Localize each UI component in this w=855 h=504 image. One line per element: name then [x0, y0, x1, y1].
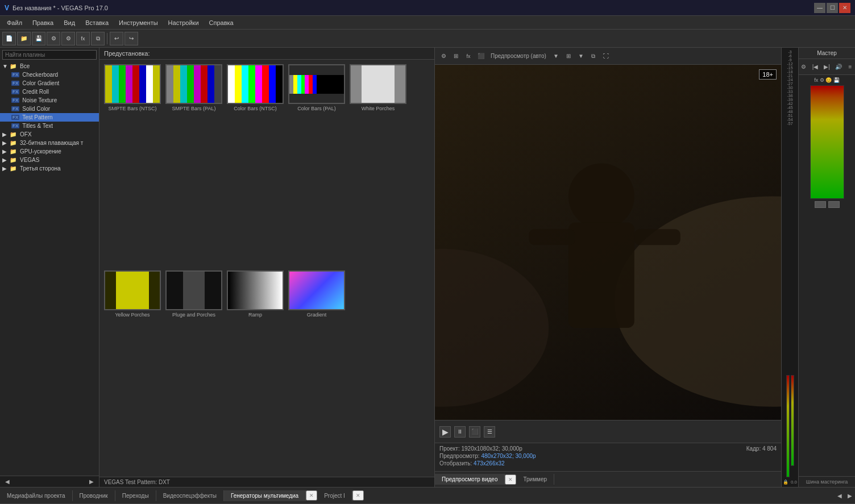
- menu-tools[interactable]: Инструменты: [114, 18, 163, 27]
- tree-item-credit-roll[interactable]: FX Credit Roll: [0, 88, 99, 96]
- tree-item-test-pattern[interactable]: FX Test Pattern: [0, 113, 99, 122]
- plugins-search-input[interactable]: [2, 50, 97, 60]
- main-area: ▼ 📁 Все FX Checkerboard FX Color Gradien…: [0, 48, 855, 487]
- close-preview-tab[interactable]: ✕: [505, 474, 516, 485]
- preset-ramp[interactable]: Ramp: [227, 270, 284, 472]
- preview-record-button[interactable]: ⬛: [476, 52, 486, 61]
- tab-transitions[interactable]: Переходы: [115, 490, 156, 501]
- preview-fullscreen-button[interactable]: ⛶: [601, 52, 611, 61]
- preset-colorbars-pal[interactable]: Color Bars (PAL): [288, 64, 345, 266]
- expand-icon: ▼: [2, 63, 8, 69]
- menu-view[interactable]: Вид: [59, 18, 80, 27]
- preview-snap-button[interactable]: ⊞: [451, 52, 461, 61]
- tab-preview-video[interactable]: Предпросмотр видео: [435, 474, 505, 485]
- preview-tabs: Предпросмотр видео ✕ Триммер: [435, 471, 781, 487]
- preset-gradient[interactable]: Gradient: [288, 270, 345, 472]
- preset-thumb: [165, 270, 222, 310]
- render-button[interactable]: ⚙: [47, 32, 60, 45]
- pause-button[interactable]: ⏸: [454, 426, 466, 438]
- preview-fx-button[interactable]: fx: [463, 52, 474, 61]
- master-fader[interactable]: [810, 85, 844, 199]
- preview-split-button[interactable]: ⧉: [588, 52, 599, 61]
- tree-item-noise-texture[interactable]: FX Noise Texture: [0, 96, 99, 105]
- tree-item-third-party[interactable]: ▶ 📁 Третья сторона: [0, 164, 99, 173]
- tab-trimmer[interactable]: Триммер: [516, 474, 554, 485]
- preview-toolbar: ⚙ ⊞ fx ⬛ Предпросмотр (авто) ▼ ⊞ ▼ ⧉ ⛶: [435, 48, 781, 65]
- close-button[interactable]: ✕: [839, 3, 850, 13]
- tree-item-label: Checkerboard: [22, 72, 58, 78]
- nav-next-button[interactable]: ▶: [86, 477, 97, 486]
- tab-video-fx[interactable]: Видеоспецэффекты: [156, 490, 224, 501]
- open-button[interactable]: 📁: [17, 32, 31, 45]
- stop-button[interactable]: ⬛: [469, 426, 480, 438]
- tab-project[interactable]: Project I: [317, 490, 352, 501]
- master-eq-button[interactable]: ≡: [845, 63, 855, 72]
- tree-item-ofx[interactable]: ▶ 📁 OFX: [0, 130, 99, 139]
- tree-item-32bit[interactable]: ▶ 📁 32-битная плавающая т: [0, 139, 99, 147]
- tree-item-all[interactable]: ▼ 📁 Все: [0, 62, 99, 70]
- menu-help[interactable]: Справка: [205, 18, 238, 27]
- menu-settings[interactable]: Настройки: [164, 18, 204, 27]
- preset-smpte-ntsc[interactable]: SMPTE Bars (NTSC): [104, 64, 161, 266]
- tree-item-gpu[interactable]: ▶ 📁 GPU-ускорение: [0, 147, 99, 156]
- tree-item-color-gradient[interactable]: FX Color Gradient: [0, 79, 99, 88]
- presets-grid: SMPTE Bars (NTSC) SMPTE Ba: [99, 60, 434, 477]
- tab-explorer[interactable]: Проводник: [73, 490, 115, 501]
- preview-info: Проект: 1920x1080x32; 30,000p Предпросмо…: [435, 443, 781, 471]
- master-fx-area: fx ⚙ 😊 💾: [799, 75, 855, 476]
- tabs-collapse-button[interactable]: ▶: [845, 491, 855, 500]
- tabs-expand-button[interactable]: ◀: [835, 491, 845, 500]
- age-badge: 18+: [759, 69, 777, 80]
- tree-item-solid-color[interactable]: FX Solid Color: [0, 105, 99, 113]
- preset-white-porches[interactable]: White Porches: [350, 64, 406, 266]
- save-button[interactable]: 💾: [32, 32, 45, 45]
- menu-edit[interactable]: Правка: [28, 18, 58, 27]
- close-media-gen-tab[interactable]: ✕: [306, 490, 317, 501]
- master-skip-end[interactable]: ▶|: [822, 63, 832, 72]
- menu-file[interactable]: Файл: [2, 18, 27, 27]
- master-settings-button[interactable]: ⚙: [799, 63, 808, 72]
- preset-label: SMPTE Bars (PAL): [172, 106, 216, 111]
- preview-zoom-button[interactable]: ▼: [576, 52, 586, 61]
- close-project-tab[interactable]: ✕: [352, 490, 364, 501]
- minimize-button[interactable]: —: [814, 3, 825, 13]
- preset-yellow-porches[interactable]: Yellow Porches: [104, 270, 161, 472]
- preview-mode-dropdown[interactable]: ▼: [551, 52, 561, 61]
- preview-video: 18+: [435, 65, 781, 420]
- preset-label: White Porches: [362, 106, 395, 111]
- preset-thumb: [227, 270, 284, 310]
- new-button[interactable]: 📄: [2, 32, 16, 45]
- fx-button[interactable]: fx: [76, 32, 90, 45]
- tree-item-vegas[interactable]: ▶ 📁 VEGAS: [0, 156, 99, 164]
- preset-smpte-pal[interactable]: SMPTE Bars (PAL): [165, 64, 222, 266]
- master-skip-start[interactable]: |◀: [810, 63, 820, 72]
- tab-media-generators[interactable]: Генераторы мультимедиа: [224, 490, 306, 501]
- preview-settings-button[interactable]: ⚙: [438, 52, 449, 61]
- redo-button[interactable]: ↪: [124, 32, 138, 45]
- master-volume-button[interactable]: 🔊: [833, 63, 843, 72]
- plugins-tree: ▼ 📁 Все FX Checkerboard FX Color Gradien…: [0, 62, 99, 476]
- preset-pluge[interactable]: Pluge and Porches: [165, 270, 222, 472]
- menu-insert[interactable]: Вставка: [81, 18, 113, 27]
- play-button[interactable]: ▶: [439, 426, 451, 438]
- plugins-search-area: [0, 48, 99, 62]
- preview-mode-label: Предпросмотр (авто): [488, 53, 549, 59]
- panel-nav: ◀ ▶: [0, 476, 99, 487]
- tree-item-checkerboard[interactable]: FX Checkerboard: [0, 70, 99, 79]
- tree-item-label: Solid Color: [22, 106, 50, 112]
- preset-label: Color Bars (PAL): [297, 106, 335, 111]
- preset-thumb: [288, 270, 345, 310]
- copy-button[interactable]: ⧉: [91, 32, 105, 45]
- preview-grid-button[interactable]: ⊞: [563, 52, 574, 61]
- maximize-button[interactable]: ☐: [827, 3, 838, 13]
- tree-item-titles-text[interactable]: FX Titles & Text: [0, 122, 99, 130]
- nav-prev-button[interactable]: ◀: [2, 477, 13, 486]
- tab-media-files[interactable]: Медиафайлы проекта: [0, 490, 73, 501]
- loop-button[interactable]: ☰: [484, 426, 495, 438]
- tree-item-label: OFX: [20, 131, 32, 138]
- properties-button[interactable]: ⚙: [61, 32, 75, 45]
- menu-bar: Файл Правка Вид Вставка Инструменты Наст…: [0, 16, 855, 30]
- master-label-bottom: Шина мастеринга: [799, 476, 855, 487]
- preset-colorbars-ntsc[interactable]: Color Bars (NTSC): [227, 64, 284, 266]
- undo-button[interactable]: ↩: [110, 32, 123, 45]
